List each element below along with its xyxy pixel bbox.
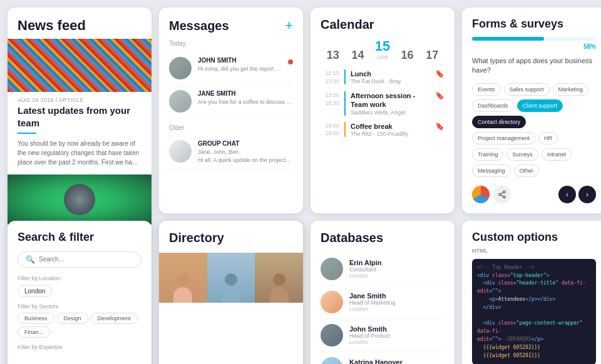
code-line-2: <div class="top-header">	[477, 272, 591, 280]
survey-question: What types of apps does your business ha…	[472, 56, 596, 76]
search-input[interactable]	[39, 256, 133, 263]
katrina-name: Katrina Hanover	[349, 358, 403, 364]
directory-title: Directory	[159, 221, 303, 253]
erin-avatar	[321, 258, 343, 280]
dir-photo-3[interactable]	[255, 253, 303, 303]
tag-sales-support[interactable]: Sales support	[504, 83, 550, 96]
sectors-chips: Business Design Development Finan...	[18, 313, 141, 338]
tag-training[interactable]: Training	[472, 148, 503, 161]
multicolor-icon[interactable]	[472, 186, 490, 203]
cal-bookmark-icon-2[interactable]: 🔖	[435, 91, 444, 100]
tag-hr[interactable]: HR	[538, 132, 558, 144]
db-item-john[interactable]: John Smith Head of Product London	[321, 319, 444, 352]
survey-tags-row-3: Contact directory	[472, 116, 596, 128]
forms-surveys-card: Forms & surveys 58% What types of apps d…	[462, 8, 601, 213]
john-message-content: JOHN SMITH Hi Anna, did you get the repo…	[198, 57, 282, 73]
databases-title: Databases	[321, 231, 444, 245]
john-smith-avatar	[321, 324, 343, 346]
survey-next-button[interactable]: ›	[578, 186, 596, 203]
cal-event-coffee-title: Coffee break	[351, 122, 430, 131]
tag-surveys[interactable]: Surveys	[506, 148, 538, 161]
databases-card: Databases Erin Alpin Consultant London J…	[311, 221, 455, 364]
tag-contact-directory[interactable]: Contact directory	[472, 116, 526, 128]
john-name: JOHN SMITH	[198, 57, 282, 64]
dir-photo-1[interactable]	[159, 253, 207, 303]
john-avatar	[169, 57, 192, 79]
cal-event-afternoon[interactable]: 13:0015:30 Afternoon session - Team work…	[321, 91, 444, 116]
filter-sectors-label: Filter by Sectors	[18, 303, 141, 310]
jane-smith-role: Head of Marketing	[349, 300, 396, 306]
jane-smith-name: Jane Smith	[349, 292, 396, 300]
cal-event-afternoon-content: Afternoon session - Team work Saddlers W…	[344, 91, 430, 116]
chip-finance[interactable]: Finan...	[18, 326, 50, 338]
survey-prev-button[interactable]: ‹	[558, 186, 576, 203]
chip-development[interactable]: Development	[91, 313, 138, 324]
group-avatar	[169, 140, 192, 163]
tag-messaging[interactable]: Messaging	[472, 164, 511, 177]
forms-surveys-title: Forms & surveys	[472, 18, 596, 31]
code-line-7: edit="">--SPEAKERS</p>	[477, 336, 591, 344]
message-item-group[interactable]: GROUP CHAT Jane, John, Ben Hi all. A qui…	[169, 135, 293, 169]
cal-event-afternoon-time: 13:0015:30	[321, 91, 339, 107]
cal-event-afternoon-location: Saddlers Wells, Angel	[351, 109, 430, 116]
article1-body: You should be by now already be aware of…	[8, 139, 152, 174]
cal-event-coffee-time: 15:0016:00	[321, 122, 339, 138]
search-filter-title: Search & filter	[18, 231, 141, 244]
tag-intranet[interactable]: Intranet	[542, 148, 572, 161]
dir-photo-2[interactable]	[207, 253, 255, 303]
article1-title[interactable]: Latest updates from your team	[8, 104, 152, 133]
tag-dashboards[interactable]: Dashboards	[472, 99, 514, 112]
erin-info: Erin Alpin Consultant London	[349, 259, 382, 279]
cal-day-16[interactable]: 16	[395, 49, 420, 61]
dir-person-1	[159, 253, 207, 303]
katrina-info: Katrina Hanover Consultant London	[349, 358, 403, 364]
db-item-katrina[interactable]: Katrina Hanover Consultant London	[321, 352, 444, 364]
survey-tags-row-6: Messaging Other	[472, 164, 596, 177]
chip-design[interactable]: Design	[57, 313, 88, 324]
katrina-avatar	[321, 357, 343, 364]
cal-event-lunch-location: The Fat Duck - Bray	[351, 78, 430, 84]
article1-meta: AUG 24 2018 / ARTICLE	[8, 92, 152, 104]
person-body-2	[222, 287, 240, 303]
cal-event-lunch[interactable]: 12:1513:30 Lunch The Fat Duck - Bray 🔖	[321, 69, 444, 85]
share-icon[interactable]	[493, 186, 511, 203]
cal-event-lunch-content: Lunch The Fat Duck - Bray	[344, 69, 430, 84]
cal-event-coffee[interactable]: 15:0016:00 Coffee break The Ritz - 150 P…	[321, 122, 444, 138]
messages-today-label: Today	[169, 40, 293, 47]
tag-project-management[interactable]: Project management	[472, 132, 535, 144]
directory-photos	[159, 253, 303, 303]
code-line-1: <!-- Top Header -->	[477, 264, 591, 272]
cal-event-lunch-title: Lunch	[351, 69, 430, 78]
tag-marketing[interactable]: Marketing	[553, 83, 589, 96]
cal-day-15[interactable]: 15 APR	[370, 39, 395, 61]
john-smith-info: John Smith Head of Product London	[349, 325, 390, 345]
calendar-card: Calendar 13 14 15 APR 16 17 12:1513:30 L…	[311, 8, 455, 213]
tag-events[interactable]: Events	[472, 83, 501, 96]
code-line-6: <div class="page-content-wrapper" data-f…	[477, 320, 591, 336]
cal-day-13-num: 13	[321, 49, 346, 61]
cal-day-14[interactable]: 14	[346, 49, 371, 61]
group-message-text: Hi all. A quick update on the project...	[198, 156, 293, 164]
db-item-jane[interactable]: Jane Smith Head of Marketing London	[321, 286, 444, 319]
message-item-jane[interactable]: JANE SMITH Are you free for a coffee to …	[169, 85, 293, 118]
chip-business[interactable]: Business	[18, 313, 54, 324]
message-item-john[interactable]: JOHN SMITH Hi Anna, did you get the repo…	[169, 52, 293, 85]
group-subname: Jane, John, Ben	[198, 148, 293, 156]
cal-bookmark-icon[interactable]: 🔖	[435, 69, 444, 78]
filter-expertize-label: Filter by Expertize	[18, 344, 141, 350]
person-body-3	[270, 287, 289, 303]
db-item-erin[interactable]: Erin Alpin Consultant London	[321, 253, 444, 286]
tag-other[interactable]: Other	[514, 164, 540, 177]
tag-client-support[interactable]: Client support	[517, 99, 563, 112]
location-filter-select[interactable]: London	[18, 285, 52, 297]
john-smith-location: London	[349, 339, 390, 345]
messages-older-label: Older	[169, 124, 293, 131]
person-head-1	[177, 273, 189, 286]
code-editor[interactable]: <!-- Top Header --> <div class="top-head…	[472, 259, 596, 364]
cal-bookmark-icon-3[interactable]: 🔖	[435, 122, 444, 131]
search-input-wrapper[interactable]: 🔍	[18, 251, 141, 268]
news-feed-hero-pattern	[8, 39, 152, 92]
cal-day-17[interactable]: 17	[419, 49, 444, 61]
cal-day-13[interactable]: 13	[321, 49, 346, 61]
add-message-button[interactable]: +	[285, 18, 293, 34]
